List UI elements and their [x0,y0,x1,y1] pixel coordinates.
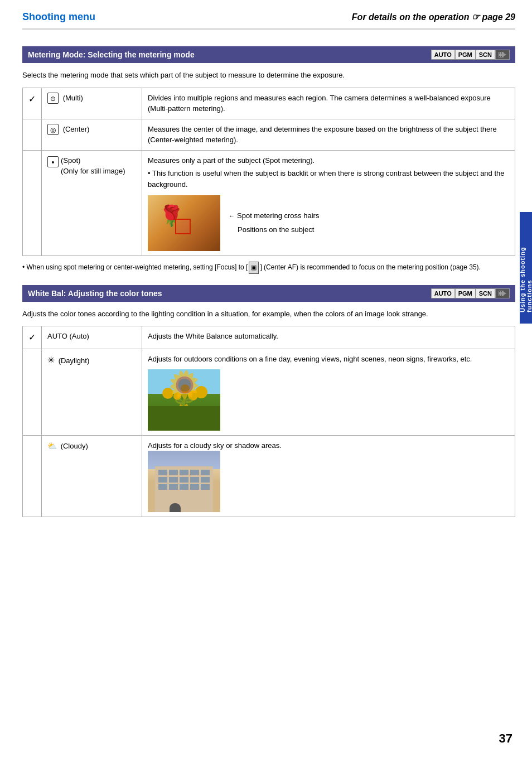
wb-empty-check-2 [23,435,42,517]
metering-badges: AUTO PGM SCN [431,50,510,60]
spot-image: 🌹 [148,195,220,251]
sun-icon: ✳ [47,355,55,365]
option-center-label: ◎ (Center) [42,119,142,150]
table-row: ⛅ (Cloudy) Adjusts for a cloudy sky or s… [23,435,515,517]
spot-caption-2: Positions on the subject [238,224,314,236]
wb-auto-label-text: AUTO (Auto) [47,332,89,340]
spot-label-text: (Spot) (Only for still image) [61,155,125,177]
wb-empty-check [23,349,42,436]
wb-checkmark-cell: ✓ [23,326,42,349]
wb-intro: Adjusts the color tones according to the… [22,308,515,320]
spot-bullet: • This function is useful when the subje… [148,168,509,190]
wb-checkmark-icon: ✓ [28,332,36,342]
center-icon: ◎ [47,124,59,135]
wb-section-header: White Bal: Adjusting the color tones AUT… [22,285,515,302]
table-row: ✓ ⊙ (Multi) Divides into multiple region… [23,88,515,119]
sunflower-bg: 🌻🌻🌻 [148,369,220,431]
metering-section-title: Metering Mode: Selecting the metering mo… [28,50,195,59]
metering-intro: Selects the metering mode that sets whic… [22,70,515,81]
spot-arrow-line: ← [229,211,235,221]
side-tab: Using the shooting functions [520,212,532,324]
page-header: Shooting menu For details on the operati… [22,11,515,30]
svg-marker-7 [504,292,506,295]
badge-auto: AUTO [431,50,455,60]
spot-icon: • [47,156,59,167]
wb-badge-movie [495,288,510,298]
table-row: ◎ (Center) Measures the center of the im… [23,119,515,150]
option-multi-label: ⊙ (Multi) [42,88,142,119]
badge-movie [495,50,510,60]
center-description: Measures the center of the image, and de… [142,119,515,150]
spot-caption-1: Spot metering cross hairs [237,210,319,222]
spot-main-desc: Measures only a part of the subject (Spo… [148,155,509,166]
svg-rect-4 [499,56,500,57]
svg-rect-10 [499,295,500,296]
wb-cloudy-description: Adjusts for a cloudy sky or shadow areas… [148,440,509,451]
cloudy-building-image [148,451,220,512]
checkmark-icon: ✓ [28,94,36,104]
wb-badge-auto: AUTO [431,288,455,298]
wb-cloudy-label: ⛅ (Cloudy) [42,435,142,517]
spot-description-cell: Measures only a part of the subject (Spo… [142,150,515,256]
checkmark-cell: ✓ [23,88,42,119]
empty-check-cell [23,119,42,150]
table-row: ✓ AUTO (Auto) Adjusts the White Balance … [23,326,515,349]
svg-rect-9 [501,291,502,292]
wb-auto-description: Adjusts the White Balance automatically. [142,326,515,349]
metering-note: • When using spot metering or center-wei… [22,262,515,274]
wb-badges: AUTO PGM SCN [431,288,510,298]
wb-daylight-description: Adjusts for outdoors conditions on a fin… [148,354,509,365]
wb-daylight-label: ✳ (Daylight) [42,349,142,436]
operation-ref: For details on the operation ☞ page 29 [352,12,515,22]
daylight-image: 🌻🌻🌻 [148,369,220,431]
side-tab-label: Using the shooting functions [519,223,532,312]
center-af-icon: ▣ [249,262,259,274]
wb-cloudy-cell: Adjusts for a cloudy sky or shadow areas… [142,435,515,517]
table-row: • (Spot) (Only for still image) Measures… [23,150,515,256]
svg-rect-2 [499,52,500,54]
badge-scn: SCN [476,50,495,60]
wb-section-title: White Bal: Adjusting the color tones [28,289,162,298]
multi-label-text: (Multi) [63,94,83,102]
center-label-text: (Center) [63,125,90,133]
cloudy-label-text: (Cloudy) [61,442,88,450]
wb-badge-scn: SCN [476,288,495,298]
svg-rect-3 [501,52,502,54]
multi-description: Divides into multiple regions and measur… [142,88,515,119]
shooting-menu-title: Shooting menu [22,11,95,23]
option-spot-label: • (Spot) (Only for still image) [42,150,142,256]
wb-badge-pgm: PGM [455,288,476,298]
page-wrapper: Shooting menu For details on the operati… [0,0,532,757]
badge-pgm: PGM [455,50,476,60]
table-row: ✳ (Daylight) Adjusts for outdoors condit… [23,349,515,436]
multi-icon: ⊙ [47,93,59,104]
wb-options-table: ✓ AUTO (Auto) Adjusts the White Balance … [22,326,515,517]
spot-metering-label: ← Spot metering cross hairs Positions on… [229,210,319,236]
wb-daylight-cell: Adjusts for outdoors conditions on a fin… [142,349,515,436]
spot-image-area: 🌹 ← Spot metering cross hairs Positions … [148,195,509,251]
daylight-label-text: (Daylight) [59,356,90,365]
empty-check-cell-2 [23,150,42,256]
metering-options-table: ✓ ⊙ (Multi) Divides into multiple region… [22,88,515,257]
svg-rect-8 [499,291,500,292]
svg-marker-1 [504,53,506,56]
wb-auto-label: AUTO (Auto) [42,326,142,349]
metering-section-header: Metering Mode: Selecting the metering mo… [22,46,515,63]
svg-rect-5 [501,56,502,57]
svg-rect-11 [501,295,502,296]
cloud-icon: ⛅ [47,441,57,450]
page-number: 37 [499,731,512,746]
